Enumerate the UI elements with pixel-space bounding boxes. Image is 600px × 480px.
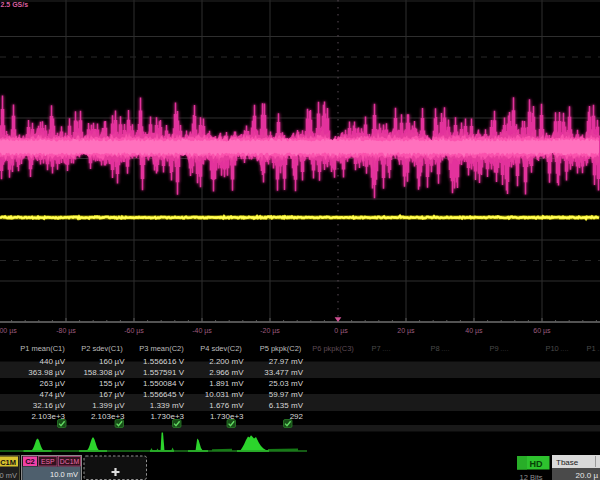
svg-text:474 µV: 474 µV [39, 390, 65, 399]
svg-text:32.16 µV: 32.16 µV [33, 401, 66, 410]
svg-text:P4 sdev(C2): P4 sdev(C2) [200, 344, 242, 353]
svg-text:P6 pkpk(C3): P6 pkpk(C3) [312, 344, 354, 353]
svg-text:1.550084 V: 1.550084 V [143, 379, 185, 388]
svg-text:P5 pkpk(C2): P5 pkpk(C2) [260, 344, 302, 353]
svg-text:363.98 µV: 363.98 µV [28, 368, 65, 377]
svg-text:P1 ....: P1 .... [586, 344, 600, 353]
svg-text:25.03 mV: 25.03 mV [269, 379, 304, 388]
svg-text:ESP: ESP [41, 458, 55, 465]
svg-text:40 µs: 40 µs [465, 327, 483, 335]
svg-text:DC1M: DC1M [0, 458, 16, 467]
svg-text:20.0 µ: 20.0 µ [576, 471, 599, 480]
svg-text:20 µs: 20 µs [397, 327, 415, 335]
svg-text:292: 292 [290, 412, 304, 421]
svg-text:P2 sdev(C1): P2 sdev(C1) [81, 344, 123, 353]
svg-text:1.339 mV: 1.339 mV [150, 401, 185, 410]
svg-text:10.0 mV: 10.0 mV [0, 471, 17, 480]
svg-text:6.135 mV: 6.135 mV [269, 401, 304, 410]
svg-text:1.399 µV: 1.399 µV [92, 401, 125, 410]
svg-text:1.557591 V: 1.557591 V [143, 368, 185, 377]
svg-text:P10 ....: P10 .... [545, 344, 568, 353]
svg-text:2.966 mV: 2.966 mV [209, 368, 244, 377]
svg-text:1.891 mV: 1.891 mV [209, 379, 244, 388]
svg-text:263 µV: 263 µV [39, 379, 65, 388]
svg-text:P1 mean(C1): P1 mean(C1) [20, 344, 65, 353]
svg-text:1.556616 V: 1.556616 V [143, 357, 185, 366]
svg-text:P7 ....: P7 .... [371, 344, 390, 353]
svg-text:P8 ....: P8 .... [430, 344, 449, 353]
svg-text:-80 µs: -80 µs [56, 327, 76, 335]
svg-text:P3 mean(C2): P3 mean(C2) [139, 344, 184, 353]
svg-text:167 µV: 167 µV [99, 390, 125, 399]
svg-text:155 µV: 155 µV [99, 379, 125, 388]
svg-text:2.5 GS/s: 2.5 GS/s [1, 1, 29, 8]
svg-text:59.97 mV: 59.97 mV [269, 390, 304, 399]
svg-text:-20 µs: -20 µs [260, 327, 280, 335]
svg-text:158.308 µV: 158.308 µV [83, 368, 125, 377]
svg-text:1.730e+3: 1.730e+3 [210, 412, 244, 421]
svg-text:1.556645 V: 1.556645 V [143, 390, 185, 399]
svg-text:Tbase: Tbase [556, 458, 579, 467]
svg-text:C2: C2 [25, 457, 35, 466]
svg-text:-60 µs: -60 µs [124, 327, 144, 335]
svg-text:12 Bits: 12 Bits [520, 473, 543, 480]
svg-text:1.676 mV: 1.676 mV [209, 401, 244, 410]
svg-text:DC1M: DC1M [60, 458, 80, 465]
svg-text:-100 µs: -100 µs [0, 327, 17, 335]
svg-text:-40 µs: -40 µs [192, 327, 212, 335]
svg-text:0 µs: 0 µs [334, 327, 348, 335]
svg-text:10.031 mV: 10.031 mV [205, 390, 244, 399]
svg-text:10.0 mV: 10.0 mV [50, 470, 78, 479]
svg-text:27.97 mV: 27.97 mV [269, 357, 304, 366]
svg-text:33.477 mV: 33.477 mV [264, 368, 303, 377]
svg-text:2.200 mV: 2.200 mV [209, 357, 244, 366]
svg-text:HD: HD [530, 459, 543, 469]
svg-text:440 µV: 440 µV [39, 357, 65, 366]
svg-text:P9 ....: P9 .... [489, 344, 508, 353]
svg-text:160 µV: 160 µV [99, 357, 125, 366]
svg-text:60 µs: 60 µs [533, 327, 551, 335]
